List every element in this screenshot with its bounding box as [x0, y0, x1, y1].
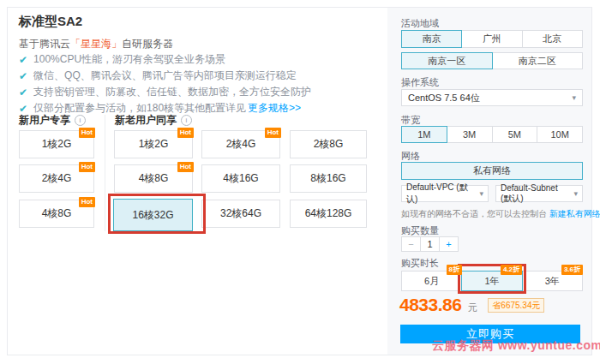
create-vpc-link[interactable]: 新建私有网络	[549, 209, 600, 218]
zone-option-1[interactable]: 南京一区	[401, 52, 493, 69]
price-row: 4833.86 元 省6675.34元	[399, 295, 544, 315]
network-label: 网络	[401, 150, 420, 163]
quantity-plus-button[interactable]: +	[439, 236, 459, 252]
spec-option-all-64c128g[interactable]: 64核128G	[290, 200, 367, 228]
hot-badge: Hot	[79, 128, 95, 138]
discount-badge-6months: 8折	[447, 265, 462, 275]
chevron-down-icon: ▾	[573, 189, 578, 198]
spec-label: 32核64G	[220, 206, 261, 221]
bandwidth-label: 带宽	[401, 114, 420, 127]
bandwidth-option-label: 1M	[417, 129, 430, 140]
bandwidth-option-3m[interactable]: 3M	[447, 126, 493, 143]
chevron-down-icon: ▾	[479, 189, 483, 198]
hot-badge: Hot	[79, 162, 95, 172]
region-selector: 南京 广州 北京	[401, 30, 583, 48]
spec-label: 64核128G	[305, 206, 352, 221]
vpc-value: Default-VPC (默认)	[406, 182, 476, 206]
region-option-label: 广州	[483, 33, 501, 45]
spec-option-all-2c8g[interactable]: 2核8G	[290, 130, 367, 158]
network-type-row: 私有网络	[401, 162, 583, 180]
subtitle-suffix: 自研服务器	[122, 38, 173, 50]
feature-list: ✔ 100%CPU性能，游刃有余驾驭全业务场景 ✔ 微信、QQ、腾讯会议、腾讯广…	[19, 51, 311, 116]
spec-option-all-1c2g[interactable]: 1核2G Hot	[114, 130, 193, 158]
spec-option-all-4c16g[interactable]: 4核16G	[201, 164, 280, 193]
spec-label: 4核16G	[223, 171, 258, 186]
zone-selector: 南京一区 南京二区	[401, 52, 583, 69]
bandwidth-selector: 1M 3M 5M 10M	[401, 126, 583, 143]
price-unit: 元	[468, 302, 477, 313]
spec-label: 4核8G	[42, 206, 72, 221]
spec-label: 8核16G	[310, 171, 345, 186]
network-help-text: 如现有的网络不合适，您可以去控制台 新建私有网络 或 新建子网	[401, 208, 600, 220]
bandwidth-option-label: 10M	[550, 129, 568, 140]
spec-label: 1核2G	[42, 137, 72, 152]
check-icon: ✔	[19, 87, 27, 98]
page: 标准型SA2 基于腾讯云「星星海」自研服务器 ✔ 100%CPU性能，游刃有余驾…	[0, 0, 600, 364]
buy-now-button[interactable]: 立即购买	[400, 325, 580, 343]
spec-label: 4核8G	[139, 171, 169, 186]
os-select[interactable]: CentOS 7.5 64位 ▾	[401, 89, 583, 106]
group-header-all-users: 新老用户同享 i	[115, 113, 192, 128]
zone-option-label: 南京二区	[519, 55, 556, 68]
product-subtitle: 基于腾讯云「星星海」自研服务器	[19, 37, 173, 51]
bandwidth-option-label: 5M	[508, 129, 521, 140]
network-type-label: 私有网络	[473, 164, 511, 177]
spec-label: 1核2G	[139, 137, 169, 152]
savings-badge: 省6675.34元	[488, 298, 544, 313]
spec-label: 2核8G	[314, 137, 344, 152]
spec-option-all-4c8g[interactable]: 4核8G Hot	[114, 164, 193, 193]
check-icon: ✔	[19, 70, 27, 82]
hot-badge: Hot	[79, 197, 95, 207]
info-icon[interactable]: i	[75, 115, 86, 126]
region-option-label: 北京	[543, 33, 561, 45]
bandwidth-option-label: 3M	[463, 129, 476, 140]
check-icon: ✔	[19, 54, 27, 66]
network-type-vpc-button[interactable]: 私有网络	[401, 162, 583, 180]
vpc-select[interactable]: Default-VPC (默认) ▾	[401, 185, 489, 202]
spec-label: 2核4G	[42, 171, 72, 186]
region-option-nanjing[interactable]: 南京	[401, 30, 462, 48]
feature-item: ✔ 支持密钥管理、防篡改、信任链、数据加密，全方位安全防护	[19, 84, 311, 100]
spec-option-new-1c2g[interactable]: 1核2G Hot	[19, 130, 94, 158]
region-option-label: 南京	[423, 33, 441, 45]
duration-selector: 6月 1年 3年 8折 4.2折 3.6折	[401, 271, 583, 291]
quantity-minus-button[interactable]: −	[401, 236, 421, 252]
bandwidth-option-5m[interactable]: 5M	[492, 126, 538, 143]
subnet-select[interactable]: Default-Subnet (默认) ▾	[495, 185, 583, 202]
subtitle-highlight: 「星星海」	[70, 38, 122, 50]
spec-option-all-2c4g[interactable]: 2核4G Hot	[201, 130, 280, 158]
quantity-stepper: − 1 +	[401, 236, 459, 252]
quantity-value[interactable]: 1	[420, 236, 440, 252]
zone-option-2[interactable]: 南京二区	[492, 52, 584, 69]
group-divider	[105, 115, 105, 231]
bandwidth-option-10m[interactable]: 10M	[537, 126, 583, 143]
spec-option-all-16c32g-selected[interactable]: 16核32G	[113, 199, 193, 231]
group-header-new-users: 新用户专享 i	[19, 113, 86, 128]
feature-item: ✔ 微信、QQ、腾讯会议、腾讯广告等内部项目亲测运行稳定	[19, 68, 311, 84]
group-title: 新用户专享	[19, 113, 70, 128]
discount-badge-1year: 4.2折	[501, 265, 522, 275]
spec-option-all-8c16g[interactable]: 8核16G	[290, 164, 367, 193]
region-option-guangzhou[interactable]: 广州	[461, 30, 522, 48]
os-label: 操作系统	[401, 76, 439, 89]
quantity-label: 购买数量	[401, 224, 439, 237]
spec-option-new-2c4g[interactable]: 2核4G Hot	[19, 164, 94, 193]
discount-badge-3years: 3.6折	[561, 265, 583, 275]
bandwidth-option-1m[interactable]: 1M	[401, 126, 447, 143]
hot-badge: Hot	[177, 128, 194, 138]
feature-text: 支持密钥管理、防篡改、信任链、数据加密，全方位安全防护	[33, 85, 311, 99]
region-option-beijing[interactable]: 北京	[522, 30, 583, 48]
subtitle-prefix: 基于腾讯云	[19, 38, 70, 50]
hot-badge: Hot	[265, 128, 281, 138]
region-label: 活动地域	[401, 17, 439, 30]
duration-label: 购买时长	[401, 257, 439, 270]
subnet-value: Default-Subnet (默认)	[501, 183, 570, 205]
spec-option-all-32c64g[interactable]: 32核64G	[201, 200, 280, 228]
chevron-down-icon: ▾	[572, 93, 576, 102]
spec-option-new-4c8g[interactable]: 4核8G Hot	[19, 200, 94, 228]
more-specs-link[interactable]: 更多规格>>	[248, 101, 301, 116]
hot-badge: Hot	[177, 162, 194, 172]
os-value: CentOS 7.5 64位	[408, 92, 480, 104]
feature-text: 微信、QQ、腾讯会议、腾讯广告等内部项目亲测运行稳定	[33, 69, 297, 83]
info-icon[interactable]: i	[181, 115, 192, 126]
